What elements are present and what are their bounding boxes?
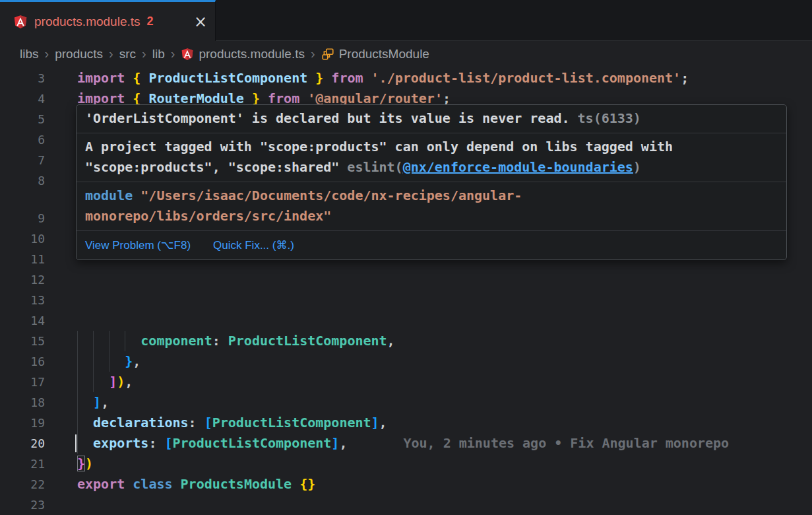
diagnostics-hover-popup: 'OrderListComponent' is declared but its… <box>76 104 787 260</box>
line-number-7: 7 <box>0 150 45 170</box>
indent-guide <box>77 331 93 351</box>
code-token: , <box>101 394 109 410</box>
hover-status-bar: View Problem (⌥F8)Quick Fix... (⌘.) <box>77 231 786 259</box>
line-content: ]), <box>77 374 133 390</box>
indent-guide <box>125 331 141 351</box>
code-token: ] <box>93 394 101 410</box>
code-line-17[interactable]: 17]), <box>0 372 812 392</box>
hover-section-eslint-diagnostic: A project tagged with "scope:products" c… <box>77 133 786 182</box>
code-line-13[interactable]: 13 <box>0 290 812 310</box>
code-token: './product-list/product-list.component' <box>371 70 681 86</box>
close-icon[interactable]: × <box>194 14 207 30</box>
hover-section-module-info: module "/Users/isaac/Documents/code/nx-r… <box>77 182 786 231</box>
indent-guide <box>93 372 109 392</box>
code-token: } <box>307 70 331 86</box>
indent-guide <box>77 351 93 372</box>
breadcrumb-item-libs[interactable]: libs <box>20 47 39 61</box>
code-token: class <box>133 476 180 492</box>
code-token: ProductListComponent <box>173 435 332 451</box>
code-token: from <box>331 70 371 86</box>
code-line-23[interactable]: 23 <box>0 495 812 515</box>
line-number-8: 8 <box>0 170 45 191</box>
line-number-22: 22 <box>0 474 45 495</box>
code-token: A project tagged with "scope:products" c… <box>85 139 673 154</box>
indent-guide <box>77 433 93 454</box>
line-content: }, <box>77 353 141 369</box>
line-number-15: 15 <box>0 331 45 351</box>
code-token: exports <box>93 435 148 451</box>
code-token: import <box>77 70 133 86</box>
indent-guide <box>93 351 109 372</box>
chevron-right-icon: › <box>109 46 113 61</box>
breadcrumb-item-productsmodule[interactable]: ProductsModule <box>321 47 429 61</box>
eslint-rule-link[interactable]: @nx/enforce-module-boundaries <box>403 159 633 175</box>
code-token: [ <box>204 415 212 430</box>
code-token: ] <box>331 435 339 451</box>
line-number-17: 17 <box>0 372 45 392</box>
chevron-right-icon: › <box>45 46 49 61</box>
line-number-21: 21 <box>0 454 45 474</box>
code-line-19[interactable]: 19declarations: [ProductListComponent], <box>0 413 812 433</box>
line-number-9: 9 <box>0 208 45 228</box>
line-content: ], <box>77 394 109 410</box>
breadcrumb-label: src <box>119 47 136 61</box>
code-token: : <box>212 333 228 349</box>
line-number-14: 14 <box>0 310 45 331</box>
indent-guide <box>109 351 125 372</box>
code-token: ts(6133) <box>570 110 641 126</box>
view-problem-action[interactable]: View Problem (⌥F8) <box>85 238 191 252</box>
line-number-18: 18 <box>0 392 45 413</box>
code-token: : <box>189 415 204 430</box>
breadcrumb-item-products-module-ts[interactable]: products.module.ts <box>181 47 305 61</box>
code-token: , <box>339 435 347 451</box>
code-line-21[interactable]: 21}) <box>0 454 812 474</box>
angular-icon <box>181 48 194 61</box>
code-token: {} <box>299 476 315 492</box>
code-line-16[interactable]: 16}, <box>0 351 812 372</box>
code-token: eslint( <box>347 159 402 175</box>
code-line-22[interactable]: 22export class ProductsModule {} <box>0 474 812 495</box>
breadcrumb-label: lib <box>152 47 165 61</box>
indent-guide <box>77 372 93 392</box>
code-token: , <box>125 374 133 390</box>
tab-bar: products.module.ts 2 × <box>0 0 812 41</box>
line-number-10: 10 <box>0 228 45 249</box>
code-token: ProductListComponent <box>228 333 387 349</box>
code-token: , <box>379 415 387 430</box>
hover-text-line: monorepo/libs/orders/src/index" <box>85 206 778 226</box>
tab-products-module[interactable]: products.module.ts 2 × <box>0 0 216 41</box>
text-cursor <box>75 434 77 452</box>
breadcrumb: libs›products›src›lib›products.module.ts… <box>0 42 812 66</box>
line-number-16: 16 <box>0 351 45 372</box>
code-token: { <box>133 70 148 86</box>
code-token: component <box>141 333 212 349</box>
code-line-3[interactable]: 3import { ProductListComponent } from '.… <box>0 68 812 88</box>
breadcrumb-item-products[interactable]: products <box>55 47 103 61</box>
indent-guide <box>77 392 93 413</box>
code-line-15[interactable]: 15component: ProductListComponent, <box>0 331 812 351</box>
chevron-right-icon: › <box>171 46 175 61</box>
breadcrumb-label: libs <box>20 47 39 61</box>
code-token: ; <box>681 70 689 86</box>
code-token: [ <box>164 435 172 451</box>
line-number-6: 6 <box>0 129 45 150</box>
code-token: ProductListComponent <box>148 70 307 86</box>
breadcrumb-item-lib[interactable]: lib <box>152 47 165 61</box>
line-number-13: 13 <box>0 290 45 310</box>
code-line-12[interactable]: 12 <box>0 269 812 290</box>
code-token: , <box>387 333 395 349</box>
code-token: ) <box>633 159 641 175</box>
line-content: component: ProductListComponent, <box>77 333 395 349</box>
indent-guide <box>93 331 109 351</box>
quick-fix-action[interactable]: Quick Fix... (⌘.) <box>213 238 294 252</box>
indent-guide <box>109 331 125 351</box>
line-content: exports: [ProductListComponent],You, 2 m… <box>77 435 729 451</box>
code-token: module <box>85 188 141 203</box>
breadcrumb-item-src[interactable]: src <box>119 47 136 61</box>
code-line-14[interactable]: 14 <box>0 310 812 331</box>
code-token: declarations <box>93 415 189 430</box>
line-number-11: 11 <box>0 249 45 269</box>
hover-text-line: module "/Users/isaac/Documents/code/nx-r… <box>85 186 778 206</box>
code-line-20[interactable]: 20exports: [ProductListComponent],You, 2… <box>0 433 812 454</box>
code-line-18[interactable]: 18], <box>0 392 812 413</box>
